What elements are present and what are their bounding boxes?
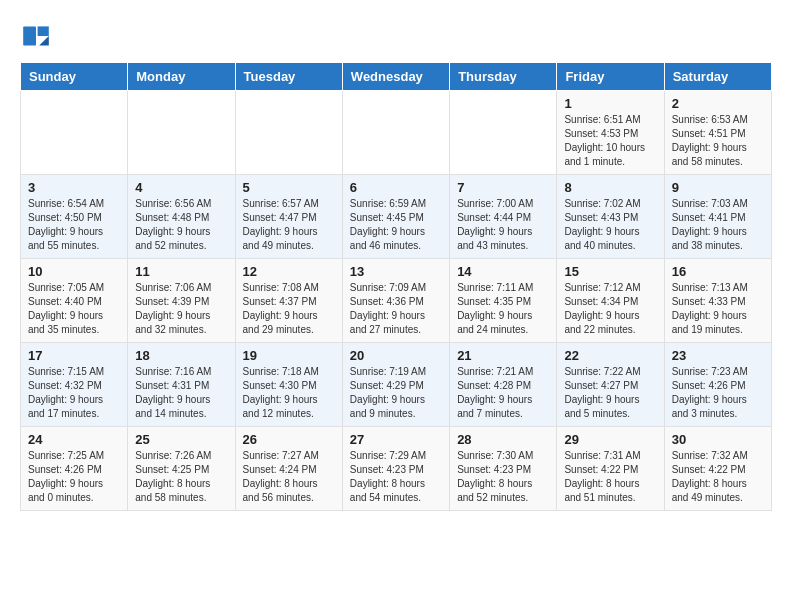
day-number: 24 xyxy=(28,432,120,447)
day-number: 29 xyxy=(564,432,656,447)
day-number: 27 xyxy=(350,432,442,447)
day-number: 13 xyxy=(350,264,442,279)
weekday-header-row: SundayMondayTuesdayWednesdayThursdayFrid… xyxy=(21,63,772,91)
day-number: 18 xyxy=(135,348,227,363)
day-number: 11 xyxy=(135,264,227,279)
day-number: 20 xyxy=(350,348,442,363)
day-info: Sunrise: 7:31 AM Sunset: 4:22 PM Dayligh… xyxy=(564,449,656,505)
calendar-cell: 22Sunrise: 7:22 AM Sunset: 4:27 PM Dayli… xyxy=(557,343,664,427)
calendar-cell: 9Sunrise: 7:03 AM Sunset: 4:41 PM Daylig… xyxy=(664,175,771,259)
calendar-cell: 17Sunrise: 7:15 AM Sunset: 4:32 PM Dayli… xyxy=(21,343,128,427)
weekday-header-wednesday: Wednesday xyxy=(342,63,449,91)
day-number: 22 xyxy=(564,348,656,363)
calendar-cell: 24Sunrise: 7:25 AM Sunset: 4:26 PM Dayli… xyxy=(21,427,128,511)
day-info: Sunrise: 7:25 AM Sunset: 4:26 PM Dayligh… xyxy=(28,449,120,505)
day-info: Sunrise: 7:11 AM Sunset: 4:35 PM Dayligh… xyxy=(457,281,549,337)
day-info: Sunrise: 7:29 AM Sunset: 4:23 PM Dayligh… xyxy=(350,449,442,505)
calendar-cell: 18Sunrise: 7:16 AM Sunset: 4:31 PM Dayli… xyxy=(128,343,235,427)
day-number: 21 xyxy=(457,348,549,363)
week-row-1: 1Sunrise: 6:51 AM Sunset: 4:53 PM Daylig… xyxy=(21,91,772,175)
day-info: Sunrise: 7:16 AM Sunset: 4:31 PM Dayligh… xyxy=(135,365,227,421)
day-number: 14 xyxy=(457,264,549,279)
day-info: Sunrise: 7:19 AM Sunset: 4:29 PM Dayligh… xyxy=(350,365,442,421)
day-info: Sunrise: 6:53 AM Sunset: 4:51 PM Dayligh… xyxy=(672,113,764,169)
calendar-cell: 20Sunrise: 7:19 AM Sunset: 4:29 PM Dayli… xyxy=(342,343,449,427)
day-number: 2 xyxy=(672,96,764,111)
day-info: Sunrise: 6:54 AM Sunset: 4:50 PM Dayligh… xyxy=(28,197,120,253)
week-row-3: 10Sunrise: 7:05 AM Sunset: 4:40 PM Dayli… xyxy=(21,259,772,343)
calendar-cell: 19Sunrise: 7:18 AM Sunset: 4:30 PM Dayli… xyxy=(235,343,342,427)
calendar: SundayMondayTuesdayWednesdayThursdayFrid… xyxy=(20,62,772,511)
weekday-header-friday: Friday xyxy=(557,63,664,91)
day-number: 30 xyxy=(672,432,764,447)
day-number: 17 xyxy=(28,348,120,363)
day-info: Sunrise: 7:22 AM Sunset: 4:27 PM Dayligh… xyxy=(564,365,656,421)
day-info: Sunrise: 7:21 AM Sunset: 4:28 PM Dayligh… xyxy=(457,365,549,421)
week-row-4: 17Sunrise: 7:15 AM Sunset: 4:32 PM Dayli… xyxy=(21,343,772,427)
header xyxy=(20,16,772,52)
calendar-cell: 13Sunrise: 7:09 AM Sunset: 4:36 PM Dayli… xyxy=(342,259,449,343)
calendar-cell: 1Sunrise: 6:51 AM Sunset: 4:53 PM Daylig… xyxy=(557,91,664,175)
calendar-cell: 6Sunrise: 6:59 AM Sunset: 4:45 PM Daylig… xyxy=(342,175,449,259)
day-number: 10 xyxy=(28,264,120,279)
calendar-cell: 7Sunrise: 7:00 AM Sunset: 4:44 PM Daylig… xyxy=(450,175,557,259)
day-info: Sunrise: 7:03 AM Sunset: 4:41 PM Dayligh… xyxy=(672,197,764,253)
day-info: Sunrise: 7:02 AM Sunset: 4:43 PM Dayligh… xyxy=(564,197,656,253)
page: SundayMondayTuesdayWednesdayThursdayFrid… xyxy=(0,0,792,521)
week-row-5: 24Sunrise: 7:25 AM Sunset: 4:26 PM Dayli… xyxy=(21,427,772,511)
day-number: 5 xyxy=(243,180,335,195)
day-info: Sunrise: 7:06 AM Sunset: 4:39 PM Dayligh… xyxy=(135,281,227,337)
calendar-cell: 30Sunrise: 7:32 AM Sunset: 4:22 PM Dayli… xyxy=(664,427,771,511)
day-info: Sunrise: 7:08 AM Sunset: 4:37 PM Dayligh… xyxy=(243,281,335,337)
day-number: 1 xyxy=(564,96,656,111)
calendar-cell xyxy=(342,91,449,175)
svg-rect-3 xyxy=(23,26,36,45)
day-number: 25 xyxy=(135,432,227,447)
logo xyxy=(20,20,56,52)
day-number: 8 xyxy=(564,180,656,195)
day-number: 19 xyxy=(243,348,335,363)
calendar-cell: 11Sunrise: 7:06 AM Sunset: 4:39 PM Dayli… xyxy=(128,259,235,343)
weekday-header-tuesday: Tuesday xyxy=(235,63,342,91)
day-number: 15 xyxy=(564,264,656,279)
day-number: 6 xyxy=(350,180,442,195)
day-number: 26 xyxy=(243,432,335,447)
weekday-header-monday: Monday xyxy=(128,63,235,91)
day-info: Sunrise: 7:13 AM Sunset: 4:33 PM Dayligh… xyxy=(672,281,764,337)
day-info: Sunrise: 7:18 AM Sunset: 4:30 PM Dayligh… xyxy=(243,365,335,421)
day-info: Sunrise: 7:23 AM Sunset: 4:26 PM Dayligh… xyxy=(672,365,764,421)
calendar-cell xyxy=(450,91,557,175)
day-info: Sunrise: 6:56 AM Sunset: 4:48 PM Dayligh… xyxy=(135,197,227,253)
calendar-cell: 15Sunrise: 7:12 AM Sunset: 4:34 PM Dayli… xyxy=(557,259,664,343)
day-info: Sunrise: 7:15 AM Sunset: 4:32 PM Dayligh… xyxy=(28,365,120,421)
day-number: 12 xyxy=(243,264,335,279)
calendar-cell: 14Sunrise: 7:11 AM Sunset: 4:35 PM Dayli… xyxy=(450,259,557,343)
day-number: 23 xyxy=(672,348,764,363)
day-info: Sunrise: 7:30 AM Sunset: 4:23 PM Dayligh… xyxy=(457,449,549,505)
day-number: 3 xyxy=(28,180,120,195)
logo-icon xyxy=(20,20,52,52)
calendar-cell xyxy=(235,91,342,175)
day-info: Sunrise: 7:12 AM Sunset: 4:34 PM Dayligh… xyxy=(564,281,656,337)
calendar-cell: 10Sunrise: 7:05 AM Sunset: 4:40 PM Dayli… xyxy=(21,259,128,343)
calendar-cell: 5Sunrise: 6:57 AM Sunset: 4:47 PM Daylig… xyxy=(235,175,342,259)
calendar-cell: 21Sunrise: 7:21 AM Sunset: 4:28 PM Dayli… xyxy=(450,343,557,427)
svg-marker-1 xyxy=(38,26,49,36)
day-number: 4 xyxy=(135,180,227,195)
calendar-cell: 23Sunrise: 7:23 AM Sunset: 4:26 PM Dayli… xyxy=(664,343,771,427)
day-info: Sunrise: 7:27 AM Sunset: 4:24 PM Dayligh… xyxy=(243,449,335,505)
day-info: Sunrise: 6:57 AM Sunset: 4:47 PM Dayligh… xyxy=(243,197,335,253)
day-number: 9 xyxy=(672,180,764,195)
day-info: Sunrise: 6:59 AM Sunset: 4:45 PM Dayligh… xyxy=(350,197,442,253)
calendar-cell xyxy=(128,91,235,175)
calendar-cell: 25Sunrise: 7:26 AM Sunset: 4:25 PM Dayli… xyxy=(128,427,235,511)
weekday-header-sunday: Sunday xyxy=(21,63,128,91)
calendar-cell: 8Sunrise: 7:02 AM Sunset: 4:43 PM Daylig… xyxy=(557,175,664,259)
calendar-cell: 28Sunrise: 7:30 AM Sunset: 4:23 PM Dayli… xyxy=(450,427,557,511)
day-number: 28 xyxy=(457,432,549,447)
calendar-cell: 27Sunrise: 7:29 AM Sunset: 4:23 PM Dayli… xyxy=(342,427,449,511)
calendar-cell: 29Sunrise: 7:31 AM Sunset: 4:22 PM Dayli… xyxy=(557,427,664,511)
calendar-cell: 3Sunrise: 6:54 AM Sunset: 4:50 PM Daylig… xyxy=(21,175,128,259)
calendar-cell: 16Sunrise: 7:13 AM Sunset: 4:33 PM Dayli… xyxy=(664,259,771,343)
day-info: Sunrise: 7:09 AM Sunset: 4:36 PM Dayligh… xyxy=(350,281,442,337)
